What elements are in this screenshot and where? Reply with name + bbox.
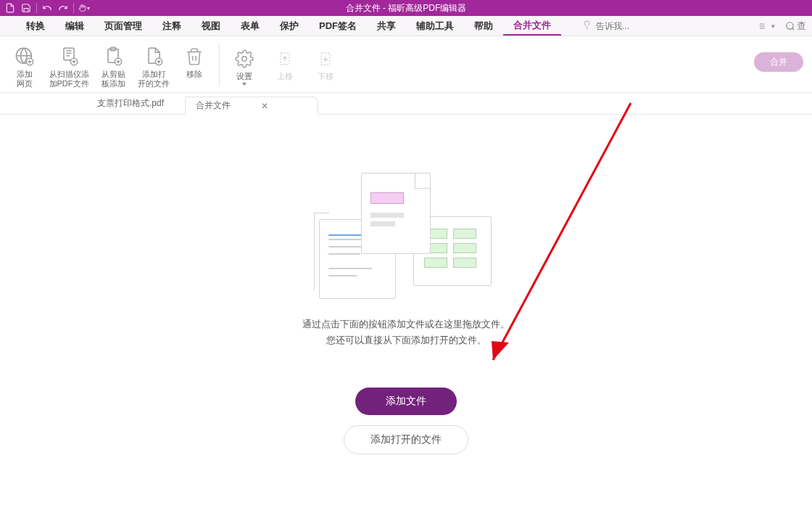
search-label: 查 — [797, 20, 806, 33]
tab-spacer — [0, 93, 76, 114]
tab-label: 合并文件 — [196, 99, 231, 112]
close-icon[interactable]: ✕ — [261, 101, 268, 111]
arrow-up-icon — [273, 46, 297, 72]
svg-point-15 — [242, 57, 247, 62]
add-files-button[interactable]: 添加文件 — [355, 388, 457, 415]
add-open-files-main-button[interactable]: 添加打开的文件 — [344, 425, 468, 454]
tellme-search[interactable] — [574, 16, 650, 36]
scanner-plus-icon — [57, 44, 80, 70]
menu-comment[interactable]: 注释 — [152, 16, 191, 36]
caption-line2: 您还可以直接从下面添加打开的文件。 — [302, 332, 510, 348]
file-icon[interactable] — [4, 2, 16, 14]
globe-plus-icon — [13, 44, 36, 70]
label: 添加 网页 — [17, 70, 33, 89]
move-up-button: 上移 — [265, 43, 305, 81]
actions: 添加文件 添加打开的文件 — [344, 388, 468, 454]
menubar: 转换 编辑 页面管理 注释 视图 表单 保护 PDF签名 共享 辅助工具 帮助 … — [0, 16, 812, 36]
menu-help[interactable]: 帮助 — [464, 16, 503, 36]
menu-convert[interactable]: 转换 — [16, 16, 55, 36]
gear-icon — [233, 46, 256, 72]
illustration — [319, 173, 493, 303]
remove-button[interactable]: 移除 — [174, 41, 215, 79]
trash-icon — [183, 44, 206, 70]
tellme-input[interactable] — [596, 21, 642, 31]
menu-page[interactable]: 页面管理 — [94, 16, 152, 36]
hand-icon[interactable]: ▾ — [78, 2, 90, 14]
tab-doc1[interactable]: 支票打印格式.pdf — [76, 93, 185, 114]
search-tool[interactable]: 查 — [785, 20, 806, 33]
menu-form[interactable]: 表单 — [231, 16, 270, 36]
add-webpage-button[interactable]: 添加 网页 — [4, 41, 45, 89]
settings-button[interactable]: 设置 — [224, 43, 265, 86]
ribbon-group-settings: 设置 上移 下移 — [224, 43, 346, 86]
save-icon[interactable] — [20, 2, 32, 14]
titlebar: ▾ 合并文件 - 福昕高级PDF编辑器 — [0, 0, 812, 16]
menu-combine[interactable]: 合并文件 — [503, 16, 561, 36]
content-area: 通过点击下面的按钮添加文件或在这里拖放文件。 您还可以直接从下面添加打开的文件。… — [0, 115, 812, 508]
options-dropdown[interactable]: ▾ — [757, 21, 775, 31]
label: 添加打 开的文件 — [138, 70, 170, 89]
merge-button[interactable]: 合并 — [754, 52, 803, 72]
arrow-down-icon — [314, 46, 337, 72]
menu-protect[interactable]: 保护 — [270, 16, 309, 36]
separator — [73, 3, 74, 13]
ribbon-group-add: 添加 网页 从扫描仪添 加PDF文件 从剪贴 板添加 添加打 开的文件 移除 — [4, 41, 215, 89]
label: 设置 — [236, 72, 252, 86]
drop-caption: 通过点击下面的按钮添加文件或在这里拖放文件。 您还可以直接从下面添加打开的文件。 — [302, 316, 510, 348]
tab-bar: 支票打印格式.pdf 合并文件 ✕ — [0, 93, 812, 115]
tab-label: 支票打印格式.pdf — [97, 97, 164, 110]
redo-icon[interactable] — [57, 2, 69, 14]
menubar-right: ▾ 查 — [757, 16, 812, 36]
ribbon: 添加 网页 从扫描仪添 加PDF文件 从剪贴 板添加 添加打 开的文件 移除 设… — [0, 36, 812, 93]
quick-access: ▾ — [0, 2, 90, 14]
label: 移除 — [186, 70, 202, 79]
add-from-clipboard-button[interactable]: 从剪贴 板添加 — [93, 41, 133, 89]
caption-line1: 通过点击下面的按钮添加文件或在这里拖放文件。 — [302, 316, 510, 332]
add-from-scanner-button[interactable]: 从扫描仪添 加PDF文件 — [45, 41, 93, 89]
svg-point-3 — [787, 22, 793, 28]
menu-share[interactable]: 共享 — [367, 16, 406, 36]
app-title: 合并文件 - 福昕高级PDF编辑器 — [0, 2, 812, 15]
separator — [36, 3, 37, 13]
clipboard-plus-icon — [102, 44, 125, 70]
label: 从扫描仪添 加PDF文件 — [49, 70, 89, 89]
undo-icon[interactable] — [41, 2, 53, 14]
separator — [219, 43, 220, 86]
menu-view[interactable]: 视图 — [191, 16, 231, 36]
label: 从剪贴 板添加 — [102, 70, 125, 89]
doc-pink — [361, 173, 431, 254]
label: 上移 — [277, 72, 293, 81]
label: 下移 — [318, 72, 334, 81]
move-down-button: 下移 — [305, 43, 346, 81]
tab-combine[interactable]: 合并文件 ✕ — [185, 97, 318, 115]
menu-edit[interactable]: 编辑 — [55, 16, 94, 36]
menu-accessibility[interactable]: 辅助工具 — [406, 16, 464, 36]
file-plus-icon — [142, 44, 165, 70]
lightbulb-icon — [582, 20, 592, 32]
add-open-files-button[interactable]: 添加打 开的文件 — [133, 41, 174, 89]
menu-sign[interactable]: PDF签名 — [309, 16, 367, 36]
